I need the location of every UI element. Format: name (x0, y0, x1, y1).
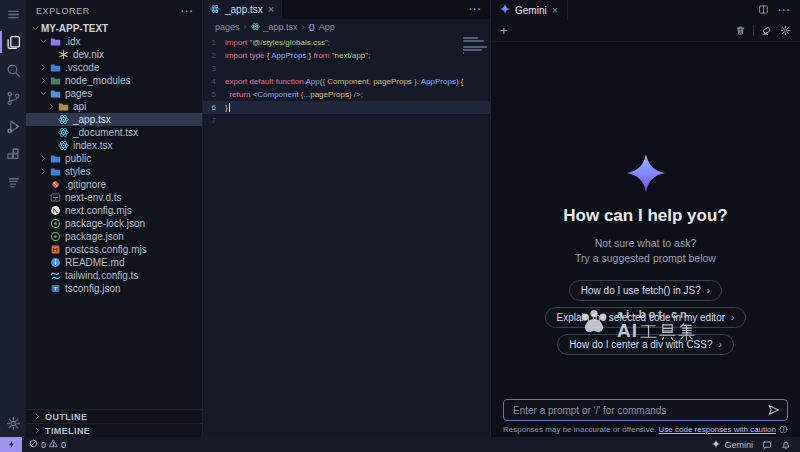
problems-status[interactable]: 0 0 (29, 439, 66, 450)
tree-item-package-lock-json[interactable]: package-lock.json (26, 217, 202, 230)
sparkle-icon (500, 4, 510, 16)
tree-item-api[interactable]: api (26, 100, 202, 113)
breadcrumb-item[interactable]: pages (215, 22, 240, 32)
code-area[interactable]: 1import "@/styles/globals.css";2import t… (203, 34, 490, 437)
tree-item-label: README.md (65, 257, 124, 268)
tree-item-label: dev.nix (73, 49, 104, 60)
gemini-status-item[interactable]: Gemini (712, 440, 753, 450)
panel-tab-bar: Gemini × ··· (491, 0, 800, 20)
activity-output-icon[interactable] (0, 168, 26, 196)
trash-icon[interactable] (735, 25, 746, 36)
tree-item-dev-nix[interactable]: dev.nix (26, 48, 202, 61)
suggested-prompt-button[interactable]: Explain the selected code in my editor› (545, 307, 747, 328)
code-line-4[interactable]: 4export default function App({ Component… (203, 75, 490, 88)
node-json-icon (49, 218, 61, 229)
tree-item-label: public (65, 153, 91, 164)
tree-item-styles[interactable]: styles (26, 165, 202, 178)
activity-search-icon[interactable] (0, 56, 26, 84)
sparkle-icon (712, 440, 720, 450)
activity-menu-icon[interactable] (0, 0, 26, 28)
new-chat-button[interactable]: + (500, 24, 508, 37)
gemini-input-area: Responses may be inaccurate or offensive… (491, 395, 800, 437)
activity-settings-gear-icon[interactable] (0, 409, 26, 437)
section-outline[interactable]: OUTLINE (26, 409, 202, 423)
tree-item-next-config-mjs[interactable]: next.config.mjs (26, 204, 202, 217)
tree-item-next-env-d-ts[interactable]: next-env.d.ts (26, 191, 202, 204)
code-line-5[interactable]: 5 return <Component {...pageProps} />; (203, 88, 490, 101)
code-line-6[interactable]: 6} (203, 101, 490, 114)
tree-item-label: .gitignore (65, 179, 106, 190)
tree-item-label: pages (65, 88, 92, 99)
tree-item-label: _document.tsx (73, 127, 138, 138)
tree-item--vscode[interactable]: .vscode (26, 61, 202, 74)
tree-item-tsconfig-json[interactable]: tsconfig.json (26, 282, 202, 295)
feedback-icon[interactable] (762, 440, 772, 450)
tree-item-label: next-env.d.ts (65, 192, 122, 203)
warning-icon (49, 439, 58, 450)
chevron-right-icon: › (707, 285, 710, 296)
clear-icon[interactable] (761, 25, 772, 36)
caution-link[interactable]: Use code responses with caution (659, 425, 776, 434)
postcss-icon (49, 244, 61, 255)
tree-item-label: styles (65, 166, 91, 177)
folder-idx-icon (49, 36, 61, 47)
settings-gear-icon[interactable] (780, 25, 791, 36)
panel-more-actions-icon[interactable]: ··· (778, 5, 791, 16)
tree-item-tailwind-config-ts[interactable]: tailwind.config.ts (26, 269, 202, 282)
tree-item--app-tsx[interactable]: _app.tsx (26, 113, 202, 126)
tree-item-my-app-text[interactable]: MY-APP-TEXT (26, 22, 202, 35)
activity-extensions-icon[interactable] (0, 140, 26, 168)
activity-explorer-icon[interactable] (0, 28, 26, 56)
tree-item-readme-md[interactable]: README.md (26, 256, 202, 269)
gemini-tab-label: Gemini (515, 5, 547, 16)
breadcrumb-item[interactable]: _app.tsx (264, 22, 298, 32)
tree-item-public[interactable]: public (26, 152, 202, 165)
chevron-right-icon (38, 155, 49, 162)
tree-item--idx[interactable]: .idx (26, 35, 202, 48)
idx-workbench: EXPLORER ··· MY-APP-TEXT.idxdev.nix.vsco… (0, 0, 800, 452)
tree-item-pages[interactable]: pages (26, 87, 202, 100)
editor-more-actions-icon[interactable]: ··· (469, 4, 482, 15)
suggested-prompt-button[interactable]: How do I use fetch() in JS?› (569, 280, 722, 301)
breadcrumb-item[interactable]: App (319, 22, 335, 32)
bell-icon[interactable] (781, 440, 791, 450)
tab-app-tsx[interactable]: _app.tsx × (203, 0, 282, 19)
tree-item--gitignore[interactable]: .gitignore (26, 178, 202, 191)
folder-node-icon (49, 75, 61, 86)
explorer-more-actions-icon[interactable]: ··· (181, 6, 194, 17)
remote-indicator[interactable] (0, 437, 22, 452)
tree-item-index-tsx[interactable]: index.tsx (26, 139, 202, 152)
code-line-2[interactable]: 2import type { AppProps } from "next/app… (203, 49, 490, 62)
code-line-7[interactable]: 7 (203, 114, 490, 127)
breadcrumb[interactable]: pages›_app.tsx›{}App (203, 19, 490, 34)
gemini-welcome: How can I help you? Not sure what to ask… (491, 42, 800, 395)
suggested-prompt-button[interactable]: How do I center a div with CSS?› (557, 334, 734, 355)
tree-item--document-tsx[interactable]: _document.tsx (26, 126, 202, 139)
prompt-input-box[interactable] (503, 399, 788, 421)
activity-source-control-icon[interactable] (0, 84, 26, 112)
line-number: 3 (203, 64, 225, 73)
tree-item-label: node_modules (65, 75, 131, 86)
section-timeline[interactable]: TIMELINE (26, 423, 202, 437)
close-icon[interactable]: × (268, 4, 274, 15)
send-icon[interactable] (768, 404, 780, 416)
tree-item-node-modules[interactable]: node_modules (26, 74, 202, 87)
chevron-right-icon (46, 103, 57, 110)
tab-gemini[interactable]: Gemini × (491, 0, 568, 20)
close-icon[interactable]: × (552, 4, 558, 16)
explorer-header: EXPLORER ··· (26, 0, 202, 22)
editor-tab-bar: _app.tsx × ··· (203, 0, 490, 19)
chevron-down-icon (30, 25, 41, 32)
tree-item-label: index.tsx (73, 140, 112, 151)
code-line-3[interactable]: 3 (203, 62, 490, 75)
code-line-1[interactable]: 1import "@/styles/globals.css"; (203, 36, 490, 49)
split-editor-icon[interactable] (758, 1, 769, 19)
nix-icon (57, 49, 69, 60)
minimap[interactable] (463, 37, 487, 58)
folder-public-icon (49, 153, 61, 164)
chevron-down-icon (38, 38, 49, 45)
prompt-input[interactable] (511, 404, 768, 417)
tree-item-package-json[interactable]: package.json (26, 230, 202, 243)
activity-run-debug-icon[interactable] (0, 112, 26, 140)
tree-item-postcss-config-mjs[interactable]: postcss.config.mjs (26, 243, 202, 256)
